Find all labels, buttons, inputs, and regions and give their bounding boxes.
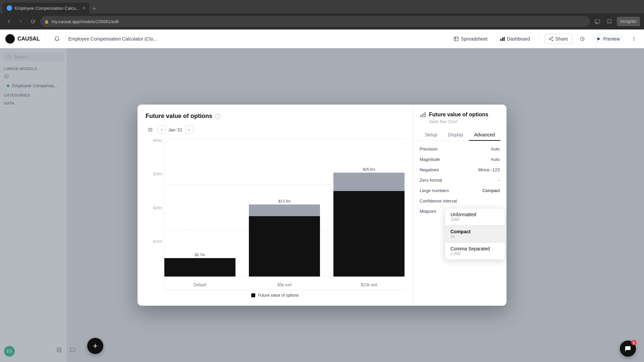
precision-value: Auto <box>491 146 500 152</box>
header-divider-2 <box>539 35 539 43</box>
svg-point-10 <box>634 37 634 38</box>
legend-label: Future value of options <box>258 293 299 298</box>
bar-default-value: $2.7m <box>195 253 205 257</box>
dropdown-comma-sub: 1,000 <box>450 251 499 256</box>
svg-rect-1 <box>454 37 458 41</box>
settings-panel: Future value of options Static Bar Chart… <box>413 105 506 306</box>
forward-button[interactable] <box>16 17 25 26</box>
tab-favicon <box>7 5 12 11</box>
chart-plot: $2.7m Default $13.3m <box>164 138 405 290</box>
bookmark-icon[interactable] <box>605 17 614 26</box>
notification-button[interactable] <box>51 34 63 44</box>
bottom-save-icon[interactable] <box>54 345 64 355</box>
svg-rect-15 <box>420 115 422 117</box>
dropdown-item-comma[interactable]: Comma Separated 1,000 <box>445 243 505 259</box>
back-button[interactable] <box>4 17 13 26</box>
large-numbers-value[interactable]: Compact <box>482 188 500 193</box>
svg-rect-16 <box>422 113 424 117</box>
svg-rect-0 <box>595 20 600 23</box>
active-tab[interactable]: Employee Compensation Calcu... ✕ <box>3 3 90 13</box>
preview-button[interactable]: Preview <box>592 34 624 44</box>
svg-point-12 <box>634 40 634 40</box>
svg-point-11 <box>634 38 634 39</box>
svg-rect-17 <box>424 112 426 117</box>
dropdown-unformatted-label: Unformatted <box>450 212 499 217</box>
precision-row: Precision Auto <box>420 146 500 152</box>
history-icon[interactable] <box>578 34 587 44</box>
svg-rect-2 <box>500 39 501 41</box>
tab-title: Employee Compensation Calcu... <box>15 6 79 11</box>
bar-default: $2.7m Default <box>164 253 235 277</box>
chart-modal: Future value of options i ‹ Jan '22 › <box>138 105 506 306</box>
cast-icon <box>593 17 602 26</box>
svg-rect-20 <box>58 350 60 352</box>
chart-info-icon[interactable]: i <box>215 114 220 119</box>
negatives-row: Negatives Minus -123 <box>420 167 500 172</box>
dropdown-compact-label: Compact <box>450 229 499 234</box>
logo-icon <box>5 34 15 44</box>
tab-display[interactable]: Display <box>443 129 469 141</box>
settings-title: Future value of options <box>429 112 488 118</box>
chart-area: $40m $30m $20m $10m - <box>146 138 405 298</box>
dropdown-comma-label: Comma Separated <box>450 246 499 251</box>
chart-panel: Future value of options i ‹ Jan '22 › <box>138 105 413 306</box>
svg-point-5 <box>552 37 553 38</box>
chart-menu-icon[interactable] <box>146 125 155 134</box>
precision-label: Precision <box>420 146 491 152</box>
chart-next-button[interactable]: › <box>185 126 193 134</box>
svg-point-7 <box>549 38 550 39</box>
lock-icon: 🔒 <box>44 19 49 24</box>
dashboard-label: Dashboard <box>507 36 530 42</box>
svg-point-6 <box>552 40 553 41</box>
settings-chart-icon <box>420 111 426 118</box>
large-numbers-dropdown: Unformatted 1000 Compact 1k Comma Separa… <box>445 208 505 260</box>
dashboard-button[interactable]: Dashboard <box>496 34 533 44</box>
dropdown-item-unformatted[interactable]: Unformatted 1000 <box>445 208 505 225</box>
fab-add-button[interactable]: + <box>87 338 103 354</box>
chat-badge: 1 <box>631 340 637 345</box>
new-tab-button[interactable]: + <box>90 4 99 13</box>
spreadsheet-button[interactable]: Spreadsheet <box>450 34 491 44</box>
y-label-10m: $10m <box>146 239 162 243</box>
svg-rect-3 <box>502 38 503 41</box>
y-label-30m: $30m <box>146 172 162 176</box>
svg-rect-19 <box>58 348 60 350</box>
tab-advanced[interactable]: Advanced <box>469 129 500 141</box>
address-bar[interactable]: 🔒 my.causal.app/models/235661/edit <box>40 16 590 27</box>
bar-5b-value: $13.3m <box>278 199 291 203</box>
negatives-label: Negatives <box>420 167 478 172</box>
bottom-comment-icon[interactable] <box>67 345 78 355</box>
y-label-zero: - <box>146 273 162 277</box>
incognito-button[interactable]: Incognito <box>617 17 640 26</box>
bar-5b-label: $5b exit <box>249 283 320 287</box>
y-axis: $40m $30m $20m $10m - <box>146 138 162 277</box>
chat-button[interactable]: 1 <box>620 341 636 357</box>
bar-10b-value: $26.6m <box>363 167 375 171</box>
dropdown-item-compact[interactable]: Compact 1k <box>445 226 505 242</box>
tab-close-button[interactable]: ✕ <box>82 6 86 10</box>
bar-10b: $26.6m $10b exit <box>333 167 405 277</box>
refresh-button[interactable] <box>28 17 38 26</box>
bottom-icons <box>54 345 78 355</box>
dropdown-compact-sub: 1k <box>450 234 499 239</box>
causal-logo: CAUSAL <box>5 34 40 44</box>
address-text: my.causal.app/models/235661/edit <box>52 19 119 24</box>
share-label: Share <box>555 36 568 42</box>
magnitude-row: Magnitude Auto <box>420 157 500 162</box>
y-label-40m: $40m <box>146 138 162 142</box>
settings-subtitle: Static Bar Chart <box>429 119 500 124</box>
chart-prev-button[interactable]: ‹ <box>158 126 166 134</box>
model-name: Employee Compensation Calculator (Clo... <box>68 36 157 42</box>
modal-overlay: Future value of options i ‹ Jan '22 › <box>0 48 644 362</box>
large-numbers-row[interactable]: Large numbers Compact <box>420 188 500 193</box>
confidence-interval-label: Confidence interval <box>420 198 500 203</box>
legend-color <box>251 293 255 297</box>
bar-default-label: Default <box>164 283 235 287</box>
chart-title: Future value of options <box>146 113 212 120</box>
share-button[interactable]: Share <box>544 34 572 44</box>
magnitude-label: Magnitude <box>420 157 491 162</box>
spreadsheet-label: Spreadsheet <box>461 36 487 42</box>
zero-format-label: Zero format <box>420 178 498 183</box>
more-options-icon[interactable] <box>629 34 639 44</box>
tab-setup[interactable]: Setup <box>420 129 443 141</box>
